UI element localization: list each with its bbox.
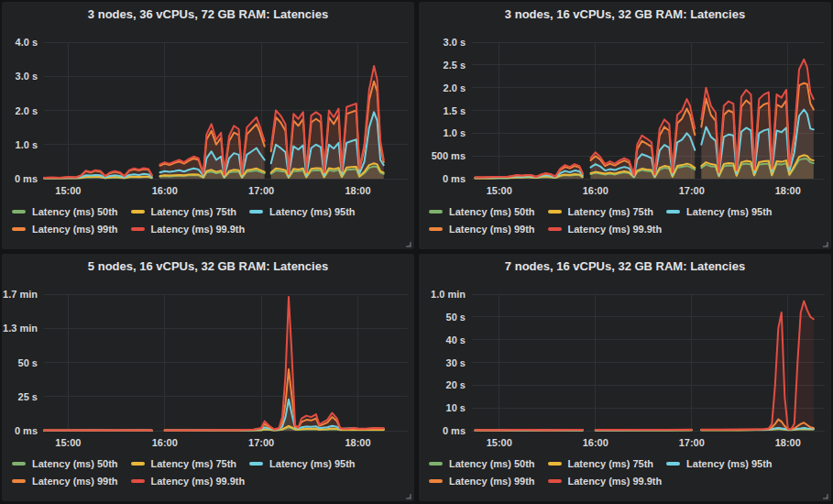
y-axis-tick-label: 30 s — [419, 356, 466, 369]
legend-swatch-icon — [429, 479, 443, 483]
legend-label: Latency (ms) 75th — [151, 205, 237, 218]
legend-item-p99[interactable]: Latency (ms) 99th — [429, 223, 535, 236]
series-fill-p999 — [165, 297, 384, 431]
legend-item-p50[interactable]: Latency (ms) 50th — [12, 457, 118, 470]
x-axis-tick-label: 16:00 — [583, 184, 608, 197]
legend-swatch-icon — [249, 210, 263, 214]
chart-area: 0 ms25 s50 s1.3 min1.7 min15:0016:0017:0… — [2, 254, 414, 501]
legend-item-p50[interactable]: Latency (ms) 50th — [429, 205, 535, 218]
legend-label: Latency (ms) 99.9th — [151, 223, 246, 236]
legend-label: Latency (ms) 99th — [32, 223, 118, 236]
legend-label: Latency (ms) 99th — [449, 223, 535, 236]
series-fill-p99 — [165, 369, 384, 431]
legend-swatch-icon — [131, 210, 145, 214]
x-axis-tick-label: 15:00 — [55, 184, 81, 197]
x-axis-tick-label: 18:00 — [775, 436, 801, 449]
y-axis-tick-label: 50 s — [419, 311, 466, 323]
legend-swatch-icon — [429, 227, 443, 231]
legend-item-p999[interactable]: Latency (ms) 99.9th — [548, 223, 663, 236]
x-axis-tick-label: 16:00 — [152, 184, 178, 197]
legend-item-p50[interactable]: Latency (ms) 50th — [12, 205, 118, 218]
legend-label: Latency (ms) 50th — [32, 205, 118, 218]
legend-label: Latency (ms) 99.9th — [151, 475, 246, 488]
legend-label: Latency (ms) 75th — [151, 457, 237, 470]
y-axis-tick-label: 0 ms — [2, 172, 38, 185]
chart-legend: Latency (ms) 50thLatency (ms) 75thLatenc… — [12, 205, 368, 240]
legend-item-p999[interactable]: Latency (ms) 99.9th — [548, 475, 663, 488]
legend-item-p999[interactable]: Latency (ms) 99.9th — [131, 475, 246, 488]
legend-item-p75[interactable]: Latency (ms) 75th — [548, 205, 654, 218]
legend-swatch-icon — [12, 210, 26, 214]
legend-item-p95[interactable]: Latency (ms) 95th — [249, 457, 356, 470]
x-axis-tick-label: 17:00 — [248, 436, 274, 449]
legend-item-p75[interactable]: Latency (ms) 75th — [131, 457, 237, 470]
chart-legend: Latency (ms) 50thLatency (ms) 75thLatenc… — [429, 205, 785, 240]
legend-item-p75[interactable]: Latency (ms) 75th — [548, 457, 654, 470]
chart-area: 0 ms1.0 s2.0 s3.0 s4.0 s15:0016:0017:001… — [2, 2, 414, 249]
legend-swatch-icon — [429, 210, 443, 214]
panel-resize-handle-icon[interactable] — [820, 239, 828, 247]
legend-item-p99[interactable]: Latency (ms) 99th — [12, 475, 118, 488]
legend-item-p95[interactable]: Latency (ms) 95th — [666, 205, 773, 218]
y-axis-tick-label: 25 s — [2, 390, 38, 403]
legend-swatch-icon — [429, 462, 443, 466]
legend-label: Latency (ms) 99.9th — [568, 475, 663, 488]
latency-chart-plot[interactable] — [472, 42, 825, 181]
x-axis-tick-label: 17:00 — [679, 436, 705, 449]
chart-area: 0 ms500 ms1.0 s1.5 s2.0 s2.5 s3.0 s15:00… — [419, 2, 831, 249]
legend-item-p99[interactable]: Latency (ms) 99th — [12, 223, 118, 236]
x-axis-tick-label: 17:00 — [248, 184, 274, 197]
legend-label: Latency (ms) 50th — [449, 205, 535, 218]
legend-label: Latency (ms) 99th — [32, 475, 118, 488]
y-axis-tick-label: 0 ms — [419, 172, 466, 185]
legend-label: Latency (ms) 75th — [568, 457, 654, 470]
latency-chart-plot[interactable] — [44, 294, 408, 433]
legend-swatch-icon — [548, 210, 562, 214]
x-axis-tick-label: 15:00 — [55, 436, 81, 449]
legend-swatch-icon — [131, 227, 145, 231]
y-axis-tick-label: 1.0 s — [2, 138, 38, 151]
legend-item-p99[interactable]: Latency (ms) 99th — [429, 475, 535, 488]
legend-item-p95[interactable]: Latency (ms) 95th — [666, 457, 773, 470]
panel-resize-handle-icon[interactable] — [820, 491, 828, 499]
dashboard-grid: 3 nodes, 36 vCPUs, 72 GB RAM: Latencies … — [0, 0, 833, 503]
legend-label: Latency (ms) 95th — [686, 205, 773, 218]
legend-swatch-icon — [131, 462, 145, 466]
panel-7-nodes-16-vcpus-latencies: 7 nodes, 16 vCPUs, 32 GB RAM: Latencies … — [419, 254, 831, 501]
legend-label: Latency (ms) 50th — [32, 457, 118, 470]
x-axis-tick-label: 18:00 — [345, 184, 370, 197]
y-axis-tick-label: 2.0 s — [2, 104, 38, 117]
legend-swatch-icon — [548, 462, 562, 466]
panel-3-nodes-16-vcpus-latencies: 3 nodes, 16 vCPUs, 32 GB RAM: Latencies … — [419, 2, 831, 249]
y-axis-tick-label: 1.3 min — [2, 322, 38, 334]
y-axis-tick-label: 20 s — [419, 378, 466, 391]
x-axis-tick-label: 16:00 — [152, 436, 178, 449]
chart-legend: Latency (ms) 50thLatency (ms) 75thLatenc… — [12, 457, 368, 492]
y-axis-tick-label: 50 s — [2, 356, 38, 369]
y-axis-tick-label: 0 ms — [419, 424, 466, 437]
chart-area: 0 ms10 s20 s30 s40 s50 s1.0 min15:0016:0… — [419, 254, 831, 501]
x-axis-tick-label: 15:00 — [487, 436, 512, 449]
legend-label: Latency (ms) 75th — [568, 205, 654, 218]
legend-item-p50[interactable]: Latency (ms) 50th — [429, 457, 535, 470]
legend-item-p999[interactable]: Latency (ms) 99.9th — [131, 223, 246, 236]
latency-chart-plot[interactable] — [44, 42, 408, 181]
legend-label: Latency (ms) 95th — [269, 457, 356, 470]
y-axis-tick-label: 1.0 s — [419, 126, 466, 139]
series-line-p999 — [165, 297, 384, 430]
y-axis-tick-label: 10 s — [419, 401, 466, 414]
y-axis-tick-label: 4.0 s — [2, 36, 38, 49]
panel-resize-handle-icon[interactable] — [403, 239, 411, 247]
series-fill-p95 — [165, 400, 384, 431]
latency-chart-plot[interactable] — [472, 294, 825, 433]
legend-label: Latency (ms) 50th — [449, 457, 535, 470]
legend-item-p75[interactable]: Latency (ms) 75th — [131, 205, 237, 218]
legend-swatch-icon — [249, 462, 263, 466]
legend-label: Latency (ms) 95th — [269, 205, 356, 218]
legend-item-p95[interactable]: Latency (ms) 95th — [249, 205, 356, 218]
legend-label: Latency (ms) 95th — [686, 457, 773, 470]
panel-5-nodes-16-vcpus-latencies: 5 nodes, 16 vCPUs, 32 GB RAM: Latencies … — [2, 254, 414, 501]
y-axis-tick-label: 1.0 min — [419, 288, 466, 301]
panel-resize-handle-icon[interactable] — [403, 491, 411, 499]
x-axis-tick-label: 15:00 — [487, 184, 512, 197]
